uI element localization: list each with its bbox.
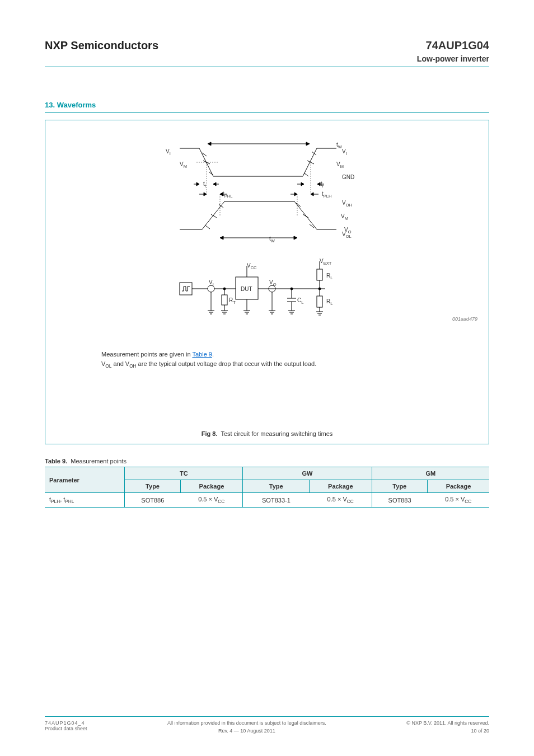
cell-gw-type: SOT833-1 bbox=[243, 493, 310, 508]
vm-label-1b: VM bbox=[336, 161, 344, 169]
measurement-points-table: Parameter TC GW GM Type Package Type Pac… bbox=[45, 467, 489, 508]
rt-label: RT bbox=[229, 297, 236, 305]
diagram-id: 001aad479 bbox=[452, 316, 477, 322]
vi-label-right: VI bbox=[342, 148, 347, 156]
col-tc: TC bbox=[125, 467, 243, 480]
tplh-label: tPLH bbox=[322, 191, 331, 199]
svg-line-2 bbox=[304, 173, 308, 176]
vi-probe-label: VI bbox=[209, 279, 214, 287]
cell-gm-pkg: 0.5 × VCC bbox=[427, 493, 489, 508]
footer-left: 74AUP1G04_4 Product data sheet bbox=[45, 720, 87, 734]
section-divider bbox=[45, 112, 489, 113]
col-tc-type: Type bbox=[125, 480, 180, 493]
cell-gm-type: SOT883 bbox=[372, 493, 427, 508]
svg-line-23 bbox=[303, 214, 308, 218]
svg-rect-50 bbox=[317, 296, 322, 307]
figure-caption: Fig 8. Test circuit for measuring switch… bbox=[45, 430, 489, 437]
footer-center: All information provided in this documen… bbox=[87, 720, 407, 734]
vm-label-2: VM bbox=[341, 213, 348, 221]
dut-label: DUT bbox=[241, 286, 252, 292]
tphl-label: tPHL bbox=[223, 191, 232, 199]
svg-line-19 bbox=[219, 204, 223, 208]
cell-param: tPLH, tPHL bbox=[45, 493, 125, 508]
figure-note: Measurement points are given in Table 9.… bbox=[101, 350, 316, 370]
tw-label-2: tW bbox=[269, 236, 275, 243]
col-tc-pkg: Package bbox=[180, 480, 243, 493]
tf-label: tf bbox=[203, 181, 206, 189]
rl-label-2: RL bbox=[326, 298, 332, 306]
col-gm-pkg: Package bbox=[427, 480, 489, 493]
voh-label: VOH bbox=[342, 200, 352, 208]
rl-label-1: RL bbox=[326, 273, 332, 280]
col-gm-type: Type bbox=[372, 480, 427, 493]
svg-point-53 bbox=[291, 288, 293, 290]
table-row: tPLH, tPHL SOT886 0.5 × VCC SOT833-1 0.5… bbox=[45, 493, 489, 508]
vcc-label: VCC bbox=[247, 262, 257, 270]
svg-rect-33 bbox=[222, 295, 227, 305]
vo-probe-label: VO bbox=[269, 279, 277, 287]
table9-link[interactable]: Table 9 bbox=[192, 351, 212, 358]
col-parameter: Parameter bbox=[45, 467, 125, 493]
cell-gw-pkg: 0.5 × VCC bbox=[310, 493, 372, 508]
section-title: 13. Waveforms bbox=[45, 101, 489, 109]
svg-line-18 bbox=[205, 226, 210, 229]
vol-label: VOL bbox=[342, 231, 352, 239]
cell-tc-type: SOT886 bbox=[125, 493, 180, 508]
vext-label: VEXT bbox=[320, 258, 331, 266]
footer-right: © NXP B.V. 2011. All rights reserved. 10… bbox=[406, 720, 489, 734]
gnd-label-1: GND bbox=[342, 174, 354, 180]
header-divider bbox=[45, 67, 489, 67]
company-name: NXP Semiconductors bbox=[45, 39, 158, 52]
vi-level-label: VI bbox=[166, 148, 171, 156]
tw-label: tW bbox=[336, 142, 342, 149]
page-footer: 74AUP1G04_4 Product data sheet All infor… bbox=[45, 716, 489, 734]
table-caption: Table 9. Measurement points bbox=[45, 458, 489, 464]
product-subtitle: Low-power inverter bbox=[45, 54, 489, 63]
svg-rect-47 bbox=[317, 269, 322, 280]
svg-point-54 bbox=[223, 288, 226, 290]
svg-point-52 bbox=[318, 288, 321, 290]
col-gm: GM bbox=[372, 467, 489, 480]
col-gw-pkg: Package bbox=[310, 480, 372, 493]
col-gw-type: Type bbox=[243, 480, 310, 493]
col-gw: GW bbox=[243, 467, 372, 480]
vm-label-1: VM bbox=[180, 161, 187, 169]
tr-label: tr bbox=[321, 181, 324, 189]
cell-tc-pkg: 0.5 × VCC bbox=[180, 493, 243, 508]
cl-label: CL bbox=[297, 297, 303, 305]
product-code: 74AUP1G04 bbox=[426, 39, 489, 52]
figure-container: tW VI VI VM VM GND tf tr tPHL tPLH VOH V… bbox=[45, 120, 489, 444]
